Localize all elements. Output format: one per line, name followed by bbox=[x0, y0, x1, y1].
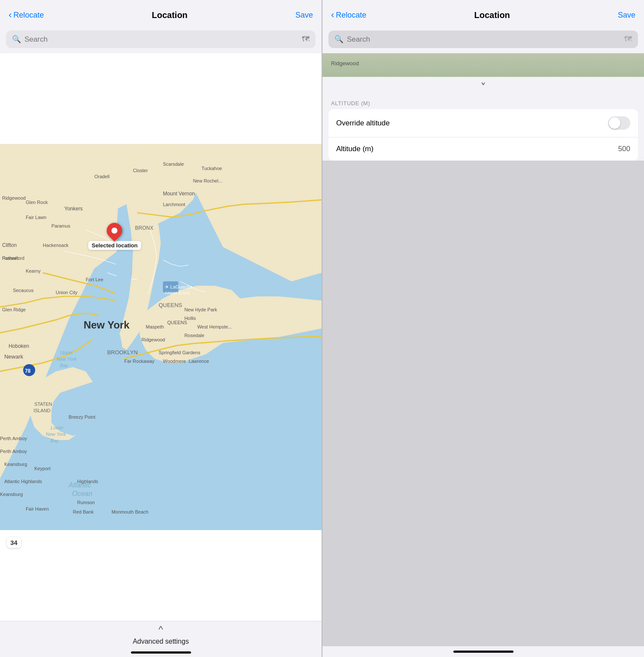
svg-text:Lower: Lower bbox=[51, 425, 64, 430]
svg-text:Tuckahoe: Tuckahoe bbox=[201, 166, 222, 171]
svg-text:Bay: Bay bbox=[60, 363, 69, 368]
left-map-area[interactable]: New York BROOKLYN QUEENS BRONX STATEN IS… bbox=[0, 53, 322, 621]
right-search-bar[interactable]: 🔍 🗺 bbox=[328, 30, 638, 48]
left-search-input[interactable] bbox=[24, 35, 298, 44]
svg-text:New Rochel...: New Rochel... bbox=[193, 178, 222, 183]
svg-text:Far Rockaway: Far Rockaway bbox=[125, 359, 155, 364]
right-search-wrap: 🔍 🗺 bbox=[322, 28, 644, 53]
svg-text:New York: New York bbox=[84, 319, 130, 331]
svg-text:Union City: Union City bbox=[56, 290, 78, 295]
svg-text:New York: New York bbox=[57, 356, 77, 362]
search-icon: 🔍 bbox=[334, 35, 343, 44]
svg-text:Rumson: Rumson bbox=[77, 500, 95, 505]
right-home-indicator-area bbox=[322, 646, 644, 657]
svg-text:Ridgewood: Ridgewood bbox=[142, 337, 165, 342]
pin-inner bbox=[112, 228, 118, 234]
svg-text:Maspeth: Maspeth bbox=[146, 324, 164, 329]
svg-text:✈ LaGuardia: ✈ LaGuardia bbox=[165, 284, 192, 289]
svg-text:Hollis: Hollis bbox=[184, 316, 196, 321]
svg-text:New Hyde Park: New Hyde Park bbox=[184, 307, 217, 312]
left-panel: ‹ Relocate Location Save 🔍 🗺 bbox=[0, 0, 322, 657]
svg-text:QUEENS: QUEENS bbox=[159, 302, 182, 308]
svg-text:Highlands: Highlands bbox=[77, 479, 98, 484]
altitude-section-label: ALTITUDE (M) bbox=[322, 97, 644, 109]
toggle-knob bbox=[609, 117, 620, 129]
svg-text:Keyport: Keyport bbox=[34, 466, 51, 471]
override-altitude-label: Override altitude bbox=[336, 119, 608, 128]
svg-text:STATEN: STATEN bbox=[34, 402, 52, 407]
right-nav-bar: ‹ Relocate Location Save bbox=[322, 0, 644, 28]
svg-text:Newark: Newark bbox=[4, 353, 23, 360]
svg-text:Springfield Gardens: Springfield Gardens bbox=[159, 350, 200, 355]
map-book-icon: 🗺 bbox=[302, 35, 310, 44]
override-altitude-toggle[interactable] bbox=[608, 116, 630, 130]
svg-text:Lawrence: Lawrence bbox=[188, 359, 209, 364]
override-altitude-row: Override altitude bbox=[328, 109, 638, 137]
left-title: Location bbox=[152, 10, 188, 20]
drag-handle-icon[interactable]: ˅ bbox=[480, 82, 486, 93]
map-strip: Ridgewood bbox=[322, 53, 644, 77]
svg-text:Monmouth Beach: Monmouth Beach bbox=[112, 509, 149, 514]
right-home-bar bbox=[453, 651, 513, 653]
svg-text:Rosedale: Rosedale bbox=[184, 333, 204, 338]
svg-text:Red Bank: Red Bank bbox=[73, 509, 94, 514]
chevron-up-icon: ^ bbox=[158, 625, 163, 634]
right-title: Location bbox=[474, 10, 510, 20]
left-back-label: Relocate bbox=[13, 11, 44, 20]
selected-location-label: Selected location bbox=[88, 241, 141, 250]
svg-text:Mount Vernon: Mount Vernon bbox=[163, 191, 195, 197]
right-search-input[interactable] bbox=[347, 35, 621, 44]
gray-area bbox=[322, 161, 644, 646]
svg-text:Perth Amboy: Perth Amboy bbox=[0, 449, 27, 454]
svg-text:Woodmere: Woodmere bbox=[163, 359, 185, 364]
svg-text:Closter: Closter bbox=[133, 168, 148, 173]
svg-text:Paramus: Paramus bbox=[52, 223, 70, 228]
advanced-settings-bar[interactable]: ^ Advanced settings bbox=[0, 621, 322, 657]
svg-text:78: 78 bbox=[25, 368, 31, 374]
map-strip-label: Ridgewood bbox=[331, 60, 359, 67]
altitude-settings-card: Override altitude Altitude (m) 500 bbox=[328, 109, 638, 161]
map-strip-bg bbox=[322, 53, 644, 77]
left-search-wrap: 🔍 🗺 bbox=[0, 28, 322, 53]
location-pin[interactable]: Selected location bbox=[88, 223, 141, 250]
svg-text:New York: New York bbox=[46, 432, 66, 437]
left-search-bar[interactable]: 🔍 🗺 bbox=[6, 30, 316, 48]
back-arrow-icon: ‹ bbox=[9, 9, 12, 21]
svg-text:Fort Lee: Fort Lee bbox=[86, 277, 103, 282]
svg-text:Hackensack: Hackensack bbox=[43, 243, 69, 248]
svg-text:Fair Lawn: Fair Lawn bbox=[26, 215, 46, 220]
svg-text:Fair Haven: Fair Haven bbox=[26, 506, 49, 511]
svg-text:Keansburg: Keansburg bbox=[4, 462, 27, 467]
right-save-button[interactable]: Save bbox=[618, 11, 635, 20]
svg-text:Bay: Bay bbox=[51, 438, 59, 443]
svg-text:Upper: Upper bbox=[60, 350, 73, 355]
svg-text:Larchmont: Larchmont bbox=[163, 202, 185, 207]
left-nav-bar: ‹ Relocate Location Save bbox=[0, 0, 322, 28]
svg-text:Ocean: Ocean bbox=[72, 490, 92, 497]
advanced-settings-label: Advanced settings bbox=[133, 635, 189, 650]
svg-text:Airport (LGA): Airport (LGA) bbox=[164, 290, 190, 295]
svg-text:Perth Amboy: Perth Amboy bbox=[0, 436, 27, 441]
svg-text:ISLAND: ISLAND bbox=[33, 408, 51, 413]
svg-text:Kearny: Kearny bbox=[26, 268, 41, 274]
svg-text:Breezy Point: Breezy Point bbox=[69, 414, 95, 420]
right-back-label: Relocate bbox=[336, 11, 366, 20]
left-save-button[interactable]: Save bbox=[295, 11, 313, 20]
altitude-value-row: Altitude (m) 500 bbox=[328, 137, 638, 161]
svg-text:Clifton: Clifton bbox=[2, 242, 17, 248]
altitude-value: 500 bbox=[618, 145, 630, 153]
svg-text:Passaic: Passaic bbox=[2, 255, 19, 261]
right-back-button[interactable]: ‹ Relocate bbox=[331, 10, 366, 21]
svg-text:Secaucus: Secaucus bbox=[13, 288, 34, 293]
map-book-icon: 🗺 bbox=[624, 35, 632, 44]
right-panel: ‹ Relocate Location Save 🔍 🗺 Ridgewood ˅… bbox=[322, 0, 644, 657]
search-icon: 🔍 bbox=[12, 35, 21, 44]
left-back-button[interactable]: ‹ Relocate bbox=[9, 10, 44, 21]
drag-handle-container[interactable]: ˅ bbox=[322, 77, 644, 97]
svg-text:West Hempste...: West Hempste... bbox=[197, 324, 232, 329]
svg-text:Keansburg: Keansburg bbox=[0, 492, 23, 497]
svg-text:Ridgewood: Ridgewood bbox=[2, 195, 26, 201]
svg-text:Yonkers: Yonkers bbox=[64, 206, 83, 212]
svg-text:Scarsdale: Scarsdale bbox=[163, 161, 184, 167]
svg-text:Atlantic Highlands: Atlantic Highlands bbox=[4, 479, 42, 484]
